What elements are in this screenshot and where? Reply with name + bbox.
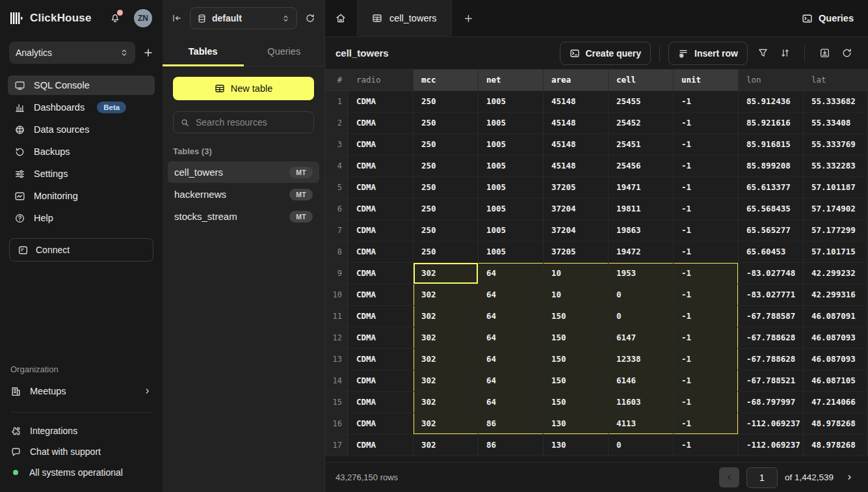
database-select[interactable]: default [190, 7, 297, 29]
new-tab-button[interactable] [453, 0, 484, 36]
row-number[interactable]: 4 [325, 156, 349, 177]
row-number[interactable]: 6 [325, 198, 349, 220]
table-cell[interactable]: -1 [674, 392, 739, 413]
table-cell[interactable]: 45148 [544, 91, 609, 113]
sidebar-item-meetups[interactable]: Meetups [10, 381, 152, 402]
table-cell[interactable]: -1 [674, 156, 739, 177]
table-cell[interactable]: 64 [479, 284, 544, 306]
column-header-lat[interactable]: lat [804, 70, 868, 91]
table-cell[interactable]: CDMA [349, 370, 414, 392]
search-input[interactable] [196, 117, 313, 128]
collapse-panel-button[interactable] [172, 13, 182, 23]
table-cell[interactable]: 10 [544, 284, 609, 306]
explorer-tab-queries[interactable]: Queries [244, 36, 325, 66]
table-cell[interactable]: 11603 [609, 392, 674, 413]
table-cell[interactable]: -112.069237 [739, 413, 804, 435]
active-cell[interactable]: 302 [414, 263, 479, 284]
download-button[interactable] [813, 42, 835, 64]
table-cell[interactable]: 47.214066 [804, 392, 868, 413]
table-cell[interactable]: 250 [414, 156, 479, 177]
table-cell[interactable]: 57.177299 [804, 220, 868, 241]
sidebar-item-sql-console[interactable]: SQL Console [8, 75, 155, 95]
new-table-button[interactable]: New table [173, 77, 314, 100]
create-query-button[interactable]: Create query [560, 42, 651, 65]
table-cell[interactable]: 25456 [609, 156, 674, 177]
sidebar-item-data-sources[interactable]: Data sources [8, 120, 155, 139]
table-cell[interactable]: 150 [544, 306, 609, 327]
queries-button[interactable]: Queries [787, 0, 868, 36]
table-cell[interactable]: -83.027771 [739, 284, 804, 306]
table-cell[interactable]: 10 [544, 263, 609, 284]
table-cell[interactable]: -1 [674, 349, 739, 370]
table-cell[interactable]: 19863 [609, 220, 674, 241]
table-cell[interactable]: CDMA [349, 284, 414, 306]
table-cell[interactable]: 48.978268 [804, 435, 868, 456]
table-cell[interactable]: 302 [414, 435, 479, 456]
table-cell[interactable]: CDMA [349, 241, 414, 263]
next-page-button[interactable] [841, 469, 858, 486]
table-cell[interactable]: 86 [479, 413, 544, 435]
table-cell[interactable]: 250 [414, 113, 479, 134]
table-cell[interactable]: 250 [414, 241, 479, 263]
table-cell[interactable]: 1953 [609, 263, 674, 284]
resource-item-stocks_stream[interactable]: stocks_streamMT [168, 206, 319, 227]
column-header-unit[interactable]: unit [674, 70, 739, 91]
table-cell[interactable]: 65.60453 [739, 241, 804, 263]
status-indicator[interactable]: All systems operational [10, 463, 152, 482]
table-cell[interactable]: 37204 [544, 220, 609, 241]
sidebar-item-backups[interactable]: Backups [8, 142, 155, 161]
table-cell[interactable]: -1 [674, 198, 739, 220]
table-cell[interactable]: 64 [479, 370, 544, 392]
filter-button[interactable] [752, 42, 774, 64]
table-cell[interactable]: 37205 [544, 241, 609, 263]
refresh-resources-button[interactable] [305, 13, 315, 23]
table-cell[interactable]: 6146 [609, 370, 674, 392]
table-cell[interactable]: 19471 [609, 177, 674, 198]
table-cell[interactable]: 25455 [609, 91, 674, 113]
org-select[interactable]: Analytics [9, 42, 135, 64]
row-number[interactable]: 14 [325, 370, 349, 392]
row-number[interactable]: 12 [325, 327, 349, 349]
home-button[interactable] [325, 0, 356, 36]
table-cell[interactable]: CDMA [349, 220, 414, 241]
table-cell[interactable]: 85.921616 [739, 113, 804, 134]
table-cell[interactable]: 302 [414, 327, 479, 349]
table-cell[interactable]: 48.978268 [804, 413, 868, 435]
table-cell[interactable]: 302 [414, 413, 479, 435]
column-header-mcc[interactable]: mcc [414, 70, 479, 91]
table-cell[interactable]: CDMA [349, 349, 414, 370]
table-cell[interactable]: 1005 [479, 241, 544, 263]
table-cell[interactable]: -67.788521 [739, 370, 804, 392]
table-cell[interactable]: 130 [544, 413, 609, 435]
prev-page-button[interactable] [719, 467, 739, 487]
table-cell[interactable]: 86 [479, 435, 544, 456]
table-cell[interactable]: 25451 [609, 134, 674, 156]
table-cell[interactable]: -83.027748 [739, 263, 804, 284]
column-header-net[interactable]: net [479, 70, 544, 91]
page-number-input[interactable] [746, 467, 778, 488]
connect-button[interactable]: Connect [9, 238, 153, 262]
table-cell[interactable]: -1 [674, 435, 739, 456]
table-cell[interactable]: -67.788628 [739, 349, 804, 370]
table-cell[interactable]: CDMA [349, 91, 414, 113]
table-cell[interactable]: 55.333682 [804, 91, 868, 113]
row-number[interactable]: 13 [325, 349, 349, 370]
table-cell[interactable]: -1 [674, 241, 739, 263]
table-cell[interactable]: 57.101187 [804, 177, 868, 198]
table-cell[interactable]: 302 [414, 349, 479, 370]
row-number[interactable]: 11 [325, 306, 349, 327]
table-cell[interactable]: 42.299316 [804, 284, 868, 306]
row-number[interactable]: 8 [325, 241, 349, 263]
table-cell[interactable]: 250 [414, 177, 479, 198]
table-cell[interactable]: 1005 [479, 220, 544, 241]
table-cell[interactable]: -68.797997 [739, 392, 804, 413]
add-service-button[interactable] [143, 48, 153, 58]
row-number[interactable]: 1 [325, 91, 349, 113]
table-cell[interactable]: 0 [609, 306, 674, 327]
row-number[interactable]: 2 [325, 113, 349, 134]
table-cell[interactable]: 85.899208 [739, 156, 804, 177]
table-cell[interactable]: CDMA [349, 327, 414, 349]
table-cell[interactable]: CDMA [349, 435, 414, 456]
table-cell[interactable]: -67.788587 [739, 306, 804, 327]
table-cell[interactable]: CDMA [349, 156, 414, 177]
